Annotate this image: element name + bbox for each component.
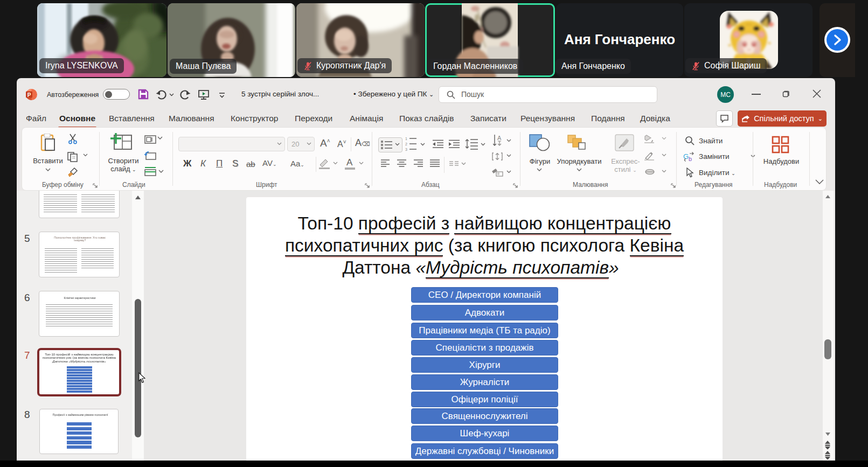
svg-text:1: 1: [405, 137, 407, 141]
svg-text:b: b: [689, 156, 692, 162]
svg-text:2: 2: [405, 142, 407, 146]
svg-text:3: 3: [405, 148, 407, 151]
svg-text:P: P: [27, 92, 31, 98]
svg-text:А: А: [497, 135, 502, 141]
svg-text:G: G: [683, 152, 689, 161]
